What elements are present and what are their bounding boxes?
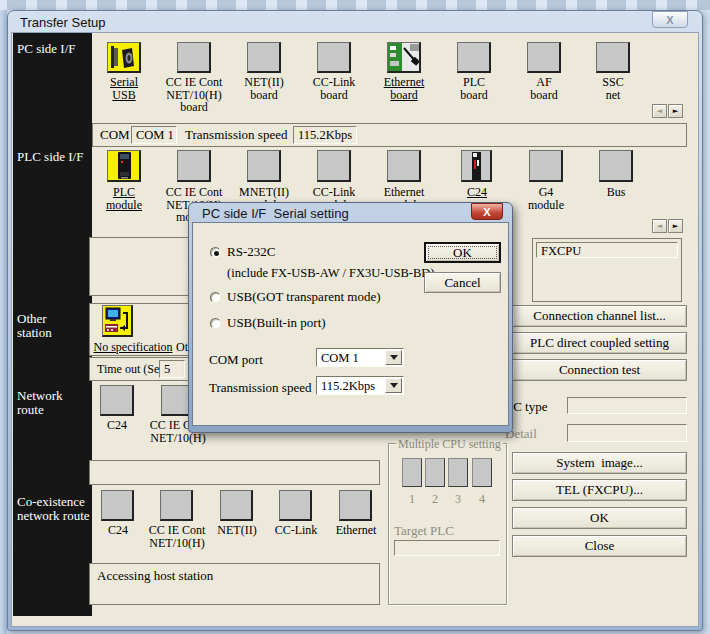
background-app-toolbar [0,0,710,10]
multiple-cpu-title: Multiple CPU setting [396,437,503,452]
network-route-c24-icon[interactable] [100,385,134,416]
pc-side-item-label: AF board [504,76,584,101]
pc-side-item-label: Serial USB [84,76,164,101]
cpu-slot-number: 4 [472,493,492,506]
coexistence-net2-icon[interactable] [220,490,253,521]
connection-channel-list-button[interactable]: Connection channel list... [512,305,687,327]
target-plc-label: Target PLC [394,523,454,539]
rs232c-radio-label: RS-232C [227,244,275,260]
ethernet-board-icon[interactable] [387,42,421,73]
sidebar-label-pc-side: PC side I/F [17,42,76,56]
sidebar-label-plc-side: PLC side I/F [17,150,83,164]
ethernet-module-icon[interactable] [387,150,421,182]
plc-side-scroll-right-icon[interactable]: ► [668,219,683,233]
chevron-down-icon [390,383,398,388]
g4-module-icon[interactable] [529,150,563,182]
rs232c-note: (include FX-USB-AW / FX3U-USB-BD) [227,266,434,281]
usb-got-radio[interactable] [210,292,221,303]
plc-module-icon[interactable] [107,150,141,182]
cpu-slot-1-button[interactable] [402,458,422,487]
af-board-icon[interactable] [527,42,561,73]
ssc-net-icon[interactable] [596,42,630,73]
system-image-button[interactable]: System image... [512,452,687,474]
com-port-dropdown-button[interactable] [385,350,402,365]
com-port-label: COM port [209,352,263,368]
no-specification-label: No specification [92,341,174,354]
cc-link-board-icon[interactable] [317,42,351,73]
cpu-slot-number: 1 [402,493,422,506]
pc-side-item-label: PLC board [434,76,514,101]
plc-side-item-label: G4 module [506,186,586,211]
bus-icon[interactable] [599,150,633,182]
pc-side-item-label: CC-Link board [294,76,374,101]
c24-icon[interactable] [461,150,492,182]
modal-cancel-button[interactable]: Cancel [424,272,501,293]
plc-type-field [567,397,687,414]
plc-side-scroll-left-icon[interactable]: ◄ [652,219,667,233]
transmission-speed-label: Transmission speed [185,127,287,143]
close-icon: X [666,14,673,26]
pc-side-scroll-right-icon[interactable]: ► [668,104,683,118]
usb-builtin-radio-label: USB(Built-in port) [227,315,326,331]
speed-value: 115.2Kbps [321,379,375,394]
status-text: Accessing host station [97,568,213,584]
no-specification-icon[interactable] [102,305,133,337]
net2-board-icon[interactable] [247,42,281,73]
coexistence-cc-ie-icon[interactable] [160,490,193,521]
usb-builtin-radio[interactable] [210,318,221,329]
serial-setting-close-button[interactable]: X [471,203,503,220]
chevron-down-icon [390,355,398,360]
serial-usb-icon[interactable] [107,42,141,73]
background-app-edge [0,10,7,634]
window-title: Transfer Setup [20,15,106,30]
tel-fxcpu-button[interactable]: TEL (FXCPU)... [512,479,687,501]
coexistence-c24-icon[interactable] [101,490,134,521]
modal-ok-button[interactable]: OK [424,242,501,263]
cc-ie-cont-board-icon[interactable] [177,42,211,73]
plc-side-item-label: PLC module [84,186,164,211]
close-button[interactable]: X [652,11,688,28]
coexistence-label: Ethernet [316,524,396,537]
pc-side-item-label: CC IE Cont NET/10(H) board [154,76,234,114]
timeout-value-box: 5 [159,360,185,378]
pc-side-scroll-left-icon[interactable]: ◄ [652,104,667,118]
connection-test-button[interactable]: Connection test [512,359,687,381]
cc-link-module-icon[interactable] [317,150,351,182]
screen: Transfer Setup X PC side I/F PLC side I/… [0,0,710,634]
pc-side-item-label: SSC net [573,76,653,101]
plc-board-icon[interactable] [457,42,491,73]
cpu-slot-number: 3 [448,493,468,506]
cpu-slot-number: 2 [425,493,445,506]
usb-got-radio-label: USB(GOT transparent mode) [227,289,381,305]
cpu-slot-2-button[interactable] [425,458,445,487]
sidebar-label-other-station: Other station [17,312,52,340]
cpu-type-value: FXCPU [536,242,678,258]
com-settings-bar [92,123,687,147]
cc-ie-cont-module-icon[interactable] [177,150,211,182]
target-plc-field [394,540,500,556]
cpu-slot-3-button[interactable] [448,458,468,487]
ok-button[interactable]: OK [512,507,687,529]
pc-side-item-label: Ethernet board [364,76,444,101]
close-icon: X [483,206,490,218]
rs232c-radio[interactable] [210,247,221,258]
close-button-main[interactable]: Close [512,535,687,557]
speed-select[interactable]: 115.2Kbps [316,376,404,395]
speed-value-box: 115.2Kbps [293,126,357,144]
sidebar-label-network-route: Network route [17,389,63,417]
com-value-box: COM 1 [131,126,177,144]
com-label: COM [100,127,130,143]
sidebar-label-coexistence: Co-existence network route [17,495,90,523]
plc-direct-coupled-button[interactable]: PLC direct coupled setting [512,332,687,354]
cpu-slot-4-button[interactable] [472,458,492,487]
plc-side-item-label: C24 [437,186,517,199]
mnet2-module-icon[interactable] [247,150,281,182]
coexistence-info-box [89,460,380,485]
speed-dropdown-button[interactable] [385,378,402,393]
com-port-select[interactable]: COM 1 [316,348,404,367]
coexistence-ethernet-icon[interactable] [339,490,372,521]
serial-setting-title: PC side I/F Serial setting [202,206,349,221]
coexistence-cc-link-icon[interactable] [279,490,312,521]
pc-side-item-label: NET(II) board [224,76,304,101]
plc-side-item-label: Bus [576,186,656,199]
